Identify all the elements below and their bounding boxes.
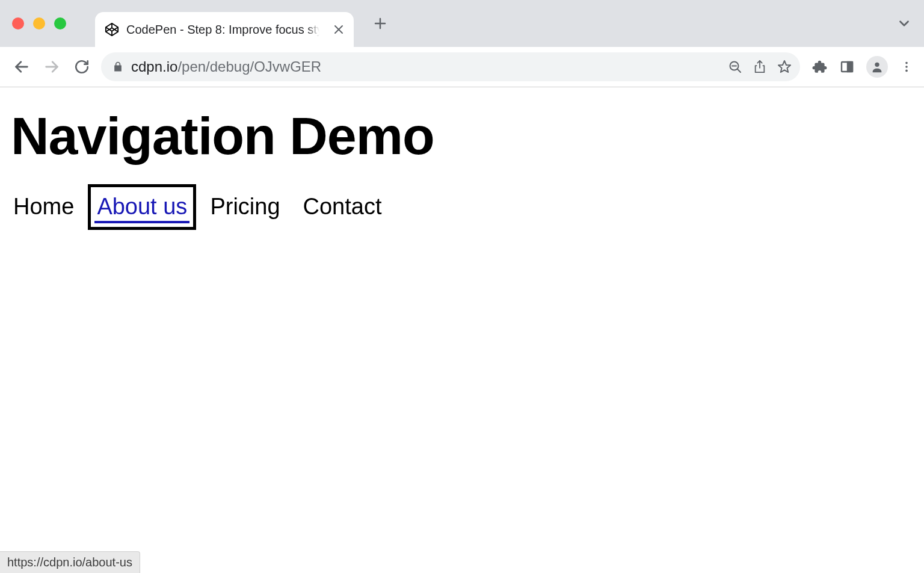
url-text: cdpn.io/pen/debug/OJvwGER xyxy=(131,58,721,75)
tab-close-button[interactable] xyxy=(332,23,345,36)
status-bar: https://cdpn.io/about-us xyxy=(0,551,140,573)
svg-marker-9 xyxy=(778,61,790,72)
page-heading: Navigation Demo xyxy=(11,105,913,167)
back-button[interactable] xyxy=(11,56,32,78)
zoom-out-icon[interactable] xyxy=(728,60,742,74)
new-tab-button[interactable] xyxy=(365,16,396,31)
share-icon[interactable] xyxy=(753,60,766,74)
main-nav: Home About us Pricing Contact xyxy=(11,191,913,223)
svg-point-13 xyxy=(905,62,908,64)
browser-chrome: CodePen - Step 8: Improve focus styles xyxy=(0,0,924,87)
url-path: /pen/debug/OJvwGER xyxy=(177,58,321,75)
svg-point-15 xyxy=(905,70,908,72)
toolbar-right xyxy=(812,56,913,78)
window-maximize-button[interactable] xyxy=(54,17,66,29)
tab-overflow-button[interactable] xyxy=(896,16,917,31)
url-host: cdpn.io xyxy=(131,58,177,75)
side-panel-icon[interactable] xyxy=(840,60,854,74)
address-bar[interactable]: cdpn.io/pen/debug/OJvwGER xyxy=(101,52,800,81)
nav-link-about-us[interactable]: About us xyxy=(94,191,189,223)
bookmark-star-icon[interactable] xyxy=(777,60,792,74)
lock-icon xyxy=(112,61,124,73)
window-minimize-button[interactable] xyxy=(33,17,45,29)
omnibox-actions xyxy=(728,60,792,74)
svg-point-14 xyxy=(905,66,908,68)
svg-point-12 xyxy=(875,63,879,67)
forward-button[interactable] xyxy=(41,56,63,78)
profile-avatar[interactable] xyxy=(866,56,888,78)
window-close-button[interactable] xyxy=(12,17,24,29)
tab-strip: CodePen - Step 8: Improve focus styles xyxy=(0,0,924,47)
tab-title: CodePen - Step 8: Improve focus styles xyxy=(126,23,325,37)
page-content: Navigation Demo Home About us Pricing Co… xyxy=(0,87,924,223)
nav-link-pricing[interactable]: Pricing xyxy=(208,191,282,223)
svg-rect-11 xyxy=(848,62,852,72)
status-url: https://cdpn.io/about-us xyxy=(7,556,132,569)
browser-tab[interactable]: CodePen - Step 8: Improve focus styles xyxy=(95,12,354,47)
codepen-favicon-icon xyxy=(105,22,119,37)
kebab-menu-icon[interactable] xyxy=(900,60,913,73)
nav-link-home[interactable]: Home xyxy=(11,191,76,223)
reload-button[interactable] xyxy=(71,56,93,78)
window-controls xyxy=(7,17,71,29)
nav-link-contact[interactable]: Contact xyxy=(301,191,384,223)
browser-toolbar: cdpn.io/pen/debug/OJvwGER xyxy=(0,47,924,87)
svg-line-7 xyxy=(738,69,741,73)
extensions-icon[interactable] xyxy=(812,59,828,75)
